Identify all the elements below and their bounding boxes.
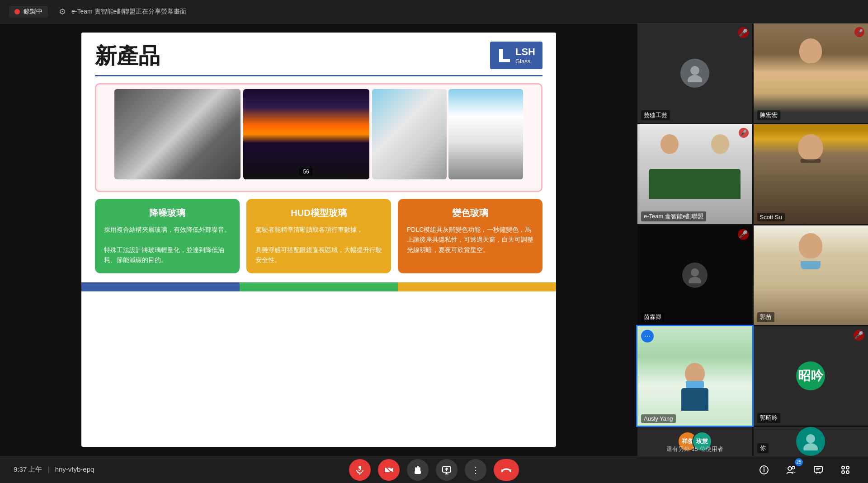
meeting-time: 9:37 上午 <box>14 465 42 473</box>
more-options-icon: ⋮ <box>471 464 480 475</box>
participant-cell-eteam[interactable]: 🎤 e-Team 盒智能e劃聯盟 <box>637 124 752 224</box>
svg-point-25 <box>764 467 765 469</box>
avatar-yin <box>682 263 708 288</box>
meeting-id: hny-vfyb-epq <box>55 465 94 473</box>
sharing-info: ⚙ e-Team 實智能e劃聯盟正在分享螢幕畫面 <box>57 6 186 17</box>
images-row: 56 <box>101 89 537 179</box>
svg-rect-16 <box>415 471 421 474</box>
mute-button[interactable] <box>349 459 371 481</box>
images-outer: 56 <box>95 83 542 192</box>
sunroof-image-2 <box>448 89 523 179</box>
card-hud: HUD模型玻璃 駕駛者能精準清晰讀取各項行車數據，具懸浮感可搭配眼鏡直視區域，大… <box>246 199 391 273</box>
svg-point-1 <box>690 66 699 75</box>
more-options-button[interactable]: ⋮ <box>465 459 486 481</box>
participants-button[interactable] <box>782 461 800 479</box>
top-bar: 錄製中 ⚙ e-Team 實智能e劃聯盟正在分享螢幕畫面 <box>0 0 868 23</box>
participants-icon <box>786 465 796 475</box>
gear-icon: ⚙ <box>57 6 68 17</box>
toolbar-center: ⋮ <box>349 459 519 481</box>
scott-glasses <box>801 159 821 163</box>
participant-label-zhaoyin: 郭昭吟 <box>757 413 780 423</box>
mic-muted-icon <box>355 465 365 475</box>
scott-bg <box>754 124 868 224</box>
avatar-zhaoyin: 昭吟 <box>796 361 825 390</box>
bottom-toolbar: 9:37 上午 | hny-vfyb-epq <box>0 456 868 483</box>
participant-cell-15more[interactable]: 祥傑 玫慧 還有另外 15 位使用者 <box>637 427 752 456</box>
participant-label-guo: 郭苗 <box>757 312 774 322</box>
mute-icon-yundi: 🎤 <box>738 27 749 38</box>
slide-bottom-bar <box>81 282 556 291</box>
participants-count-label: 還有另外 15 位使用者 <box>637 445 752 453</box>
chat-icon <box>813 465 823 475</box>
lsh-logo-text: LSH <box>515 46 535 58</box>
card1-title: 降噪玻璃 <box>104 207 231 219</box>
present-button[interactable] <box>436 459 458 481</box>
participant-cell-zhaoyin[interactable]: 昭吟 郭昭吟 🎤 <box>754 326 868 426</box>
participant-cell-guo[interactable]: 郭苗 <box>754 225 868 325</box>
sunroof-images <box>372 89 524 179</box>
activities-button[interactable] <box>836 461 854 479</box>
svg-point-3 <box>691 268 699 277</box>
participant-cell-self[interactable]: 你 <box>754 427 868 456</box>
participant-cell-yundi[interactable]: 芸廸工芸 🎤 <box>637 23 752 123</box>
svg-point-26 <box>788 467 792 470</box>
card2-body: 駕駛者能精準清晰讀取各項行車數據，具懸浮感可搭配眼鏡直視區域，大幅提升行駛安全性… <box>255 225 382 265</box>
slide-container: 新產品 LSH Glass <box>81 33 556 447</box>
participant-cell-ausly[interactable]: ··· Ausly Yang <box>637 326 752 426</box>
chen-head <box>799 38 822 63</box>
screen-share-icon <box>442 465 452 475</box>
more-options-btn-ausly[interactable]: ··· <box>641 330 654 342</box>
participant-cell-yin[interactable]: 茵霖卿 🎤 <box>637 225 752 325</box>
camera-muted-icon <box>384 465 394 475</box>
sunroof-image-1 <box>372 89 447 179</box>
card3-body: PDLC模組具灰階變色功能，一秒鐘變色，馬上讓後座具隱私性，可透過天窗，白天可調… <box>407 225 533 255</box>
main-area: 新產品 LSH Glass <box>0 23 868 456</box>
slide-divider <box>95 75 542 76</box>
participant-cell-chen[interactable]: 🎤 陳宏宏 <box>754 23 868 123</box>
card-noise-reduction: 降噪玻璃 採用複合結構夾層玻璃，有效降低外部噪音。特殊工法設計將玻璃輕量化，並達… <box>95 199 240 273</box>
participant-label-yundi: 芸廸工芸 <box>641 110 670 120</box>
svg-point-5 <box>806 434 815 443</box>
participant-label-chen: 陳宏宏 <box>757 110 780 120</box>
participant-cell-scott[interactable]: Scott Su <box>754 124 868 224</box>
guo-bg <box>754 225 868 325</box>
leave-call-button[interactable] <box>494 459 519 481</box>
svg-point-32 <box>846 466 849 469</box>
participant-label-yin: 茵霖卿 <box>641 312 664 322</box>
chen-bg: 🎤 <box>754 23 868 123</box>
bar-yellow <box>398 282 556 291</box>
camera-button[interactable] <box>378 459 400 481</box>
mute-icon-yin: 🎤 <box>738 229 749 240</box>
eteam-bg: 🎤 <box>637 124 752 224</box>
sharing-label: e-Team 實智能e劃聯盟正在分享螢幕畫面 <box>71 8 186 16</box>
svg-marker-0 <box>499 49 510 62</box>
participant-label-eteam: e-Team 盒智能e劃聯盟 <box>641 211 706 221</box>
participant-label-ausly: Ausly Yang <box>641 414 676 423</box>
lsh-logo: LSH Glass <box>490 42 542 69</box>
person-icon-yin <box>687 267 703 283</box>
zhaoyin-content: 昭吟 <box>796 361 825 390</box>
info-icon <box>759 465 769 475</box>
toolbar-left: 9:37 上午 | hny-vfyb-epq <box>14 465 94 474</box>
glass-image <box>114 89 241 179</box>
recording-badge: 錄製中 <box>9 6 48 18</box>
info-button[interactable] <box>755 461 773 479</box>
svg-point-33 <box>842 471 844 474</box>
chen-mute: 🎤 <box>854 27 864 37</box>
eteam-mute: 🎤 <box>739 128 749 138</box>
card-color-change: 變色玻璃 PDLC模組具灰階變色功能，一秒鐘變色，馬上讓後座具隱私性，可透過天窗… <box>398 199 542 273</box>
toolbar-right <box>755 461 854 479</box>
ausly-person <box>681 363 708 411</box>
card2-title: HUD模型玻璃 <box>255 207 382 219</box>
avatar-self <box>796 427 825 456</box>
end-call-icon <box>501 466 511 474</box>
person-icon-self <box>802 432 820 450</box>
chat-button[interactable] <box>809 461 827 479</box>
lsh-logo-icon <box>497 48 512 63</box>
slide-title: 新產品 <box>95 42 160 70</box>
raise-hand-button[interactable] <box>407 459 429 481</box>
city-image: 56 <box>243 89 369 179</box>
lsh-logo-sub: Glass <box>515 58 535 65</box>
participant-label-scott: Scott Su <box>757 213 785 221</box>
bar-green <box>240 282 398 291</box>
